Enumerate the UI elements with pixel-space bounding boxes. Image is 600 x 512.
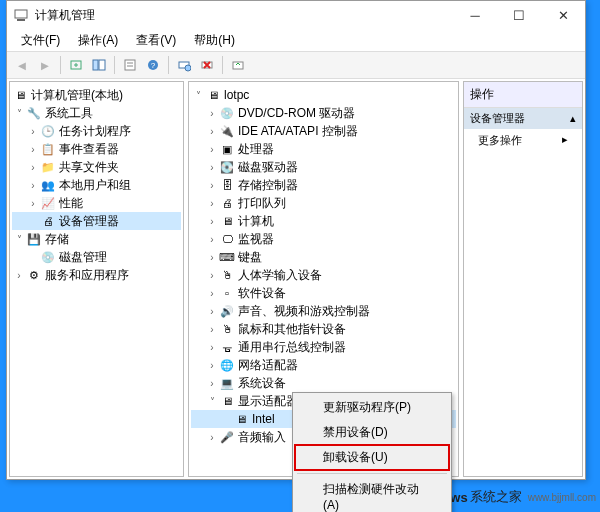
svg-rect-5: [125, 60, 135, 70]
actions-header: 操作: [464, 82, 582, 108]
properties-button[interactable]: [119, 54, 141, 76]
mouse-icon: 🖱: [219, 321, 235, 337]
menu-view[interactable]: 查看(V): [128, 30, 184, 51]
device-ide[interactable]: IDE ATA/ATAPI 控制器: [238, 123, 358, 140]
expander-icon[interactable]: ˅: [12, 234, 26, 245]
expander-icon[interactable]: ›: [26, 162, 40, 173]
device-usb[interactable]: 通用串行总线控制器: [238, 339, 346, 356]
expander-icon[interactable]: ›: [26, 144, 40, 155]
device-disk-drives[interactable]: 磁盘驱动器: [238, 159, 298, 176]
tree-task-scheduler[interactable]: 任务计划程序: [59, 123, 131, 140]
device-print-queues[interactable]: 打印队列: [238, 195, 286, 212]
expander-icon[interactable]: ›: [26, 126, 40, 137]
dvd-icon: 💿: [219, 105, 235, 121]
svg-rect-1: [17, 19, 25, 21]
uninstall-button[interactable]: [196, 54, 218, 76]
tree-root[interactable]: 计算机管理(本地): [31, 87, 123, 104]
expander-icon[interactable]: ›: [12, 270, 26, 281]
expander-icon[interactable]: ›: [26, 198, 40, 209]
disk-icon: 💽: [219, 159, 235, 175]
expander-icon[interactable]: ›: [26, 180, 40, 191]
device-system[interactable]: 系统设备: [238, 375, 286, 392]
keyboard-icon: ⌨: [219, 249, 235, 265]
computer-icon: 🖥: [205, 87, 221, 103]
menu-action[interactable]: 操作(A): [70, 30, 126, 51]
hid-icon: 🖱: [219, 267, 235, 283]
ctx-disable-device[interactable]: 禁用设备(D): [295, 420, 449, 445]
update-driver-button[interactable]: [227, 54, 249, 76]
tree-performance[interactable]: 性能: [59, 195, 83, 212]
tree-services-apps[interactable]: 服务和应用程序: [45, 267, 129, 284]
device-mgr-icon: 🖨: [40, 213, 56, 229]
device-monitors[interactable]: 监视器: [238, 231, 274, 248]
svg-rect-3: [93, 60, 98, 70]
toolbar: ◄ ► ?: [7, 51, 585, 79]
actions-more-label: 更多操作: [478, 134, 522, 146]
device-audio-in[interactable]: 音频输入: [238, 429, 286, 446]
expander-icon[interactable]: ˅: [191, 90, 205, 101]
device-dvd[interactable]: DVD/CD-ROM 驱动器: [238, 105, 355, 122]
tree-local-users[interactable]: 本地用户和组: [59, 177, 131, 194]
device-hid[interactable]: 人体学输入设备: [238, 267, 322, 284]
network-icon: 🌐: [219, 357, 235, 373]
tree-device-manager[interactable]: 设备管理器: [59, 213, 119, 230]
device-software[interactable]: 软件设备: [238, 285, 286, 302]
device-keyboards[interactable]: 键盘: [238, 249, 262, 266]
show-hide-tree-button[interactable]: [88, 54, 110, 76]
back-button[interactable]: ◄: [11, 54, 33, 76]
app-icon: [13, 7, 29, 23]
left-pane: 🖥计算机管理(本地) ˅🔧系统工具 ›🕒任务计划程序 ›📋事件查看器 ›📁共享文…: [9, 81, 184, 477]
tools-icon: 🔧: [26, 105, 42, 121]
event-icon: 📋: [40, 141, 56, 157]
clock-icon: 🕒: [40, 123, 56, 139]
device-computer[interactable]: 计算机: [238, 213, 274, 230]
watermark-url: www.bjjmll.com: [528, 492, 596, 503]
menu-file[interactable]: 文件(F): [13, 30, 68, 51]
folder-icon: 📁: [40, 159, 56, 175]
system-icon: 💻: [219, 375, 235, 391]
minimize-button[interactable]: ─: [453, 1, 497, 29]
window-title: 计算机管理: [35, 7, 95, 24]
storage-icon: 💾: [26, 231, 42, 247]
device-display[interactable]: 显示适配器: [238, 393, 298, 410]
menubar: 文件(F) 操作(A) 查看(V) 帮助(H): [7, 29, 585, 51]
up-button[interactable]: [65, 54, 87, 76]
ctx-scan-hardware[interactable]: 扫描检测硬件改动(A): [295, 477, 449, 512]
forward-button[interactable]: ►: [34, 54, 56, 76]
expander-icon[interactable]: ˅: [12, 108, 26, 119]
console-tree[interactable]: 🖥计算机管理(本地) ˅🔧系统工具 ›🕒任务计划程序 ›📋事件查看器 ›📁共享文…: [10, 82, 183, 288]
scan-hardware-button[interactable]: [173, 54, 195, 76]
titlebar[interactable]: 计算机管理 ─ ☐ ✕: [7, 1, 585, 29]
expander-icon[interactable]: ˅: [205, 396, 219, 407]
menu-help[interactable]: 帮助(H): [186, 30, 243, 51]
tree-storage[interactable]: 存储: [45, 231, 69, 248]
tree-disk-mgmt[interactable]: 磁盘管理: [59, 249, 107, 266]
close-button[interactable]: ✕: [541, 1, 585, 29]
device-sound[interactable]: 声音、视频和游戏控制器: [238, 303, 370, 320]
svg-rect-0: [15, 10, 27, 18]
chevron-up-icon: ▴: [570, 112, 576, 125]
actions-pane: 操作 设备管理器 ▴ 更多操作 ▸: [463, 81, 583, 477]
device-root[interactable]: lotpc: [224, 88, 249, 102]
help-button[interactable]: ?: [142, 54, 164, 76]
ctx-update-driver[interactable]: 更新驱动程序(P): [295, 395, 449, 420]
device-storage-ctrl[interactable]: 存储控制器: [238, 177, 298, 194]
cpu-icon: ▣: [219, 141, 235, 157]
actions-section-label: 设备管理器: [470, 111, 525, 126]
printer-icon: 🖨: [219, 195, 235, 211]
actions-more[interactable]: 更多操作 ▸: [464, 129, 582, 152]
services-icon: ⚙: [26, 267, 42, 283]
tree-shared-folders[interactable]: 共享文件夹: [59, 159, 119, 176]
svg-point-11: [185, 65, 191, 71]
device-network[interactable]: 网络适配器: [238, 357, 298, 374]
watermark-site: 系统之家: [470, 488, 522, 506]
computer-icon: 🖥: [219, 213, 235, 229]
ctx-uninstall-device[interactable]: 卸载设备(U): [295, 445, 449, 470]
tree-system-tools[interactable]: 系统工具: [45, 105, 93, 122]
device-intel-gpu[interactable]: Intel: [252, 412, 275, 426]
actions-section[interactable]: 设备管理器 ▴: [464, 108, 582, 129]
device-mice[interactable]: 鼠标和其他指针设备: [238, 321, 346, 338]
device-cpu[interactable]: 处理器: [238, 141, 274, 158]
tree-event-viewer[interactable]: 事件查看器: [59, 141, 119, 158]
maximize-button[interactable]: ☐: [497, 1, 541, 29]
